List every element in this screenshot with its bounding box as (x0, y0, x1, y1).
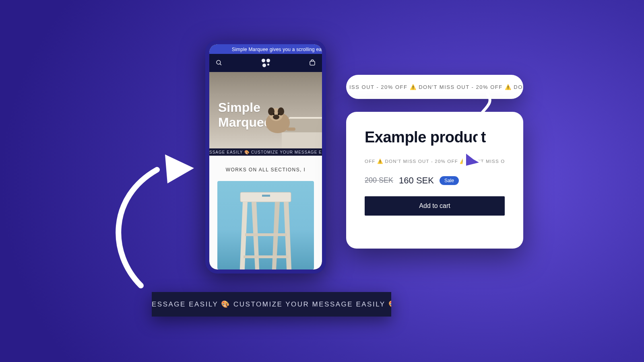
sale-badge: Sale (440, 176, 459, 185)
svg-point-0 (217, 60, 221, 64)
svg-point-12 (278, 113, 279, 115)
svg-rect-16 (262, 195, 270, 197)
store-logo[interactable] (261, 59, 270, 67)
svg-rect-14 (240, 192, 291, 202)
stool-illustration (231, 189, 300, 269)
svg-rect-21 (245, 233, 287, 236)
phone-screen: Simple Marquee gives you a scrolling ea … (209, 44, 322, 269)
svg-rect-22 (244, 255, 289, 258)
price-compare: 200 SEK (365, 176, 393, 185)
hero-illustration (254, 88, 322, 148)
arrow-left-icon (109, 149, 209, 294)
search-icon[interactable] (215, 59, 223, 67)
svg-marker-23 (165, 154, 194, 183)
price-row: 200 SEK 160 SEK Sale (365, 175, 505, 186)
svg-point-11 (273, 113, 275, 115)
svg-marker-5 (288, 117, 322, 119)
price-current: 160 SEK (399, 175, 434, 186)
product-image (217, 181, 314, 269)
svg-line-1 (220, 64, 221, 66)
marquee-bar-text: ESSAGE EASILY 🎨 CUSTOMIZE YOUR MESSAGE E… (152, 300, 391, 309)
svg-rect-13 (287, 128, 295, 131)
arrow-right-icon (459, 92, 499, 176)
promo-stage: Simple Marquee gives you a scrolling ea … (0, 0, 644, 362)
product-image-wrap (209, 181, 322, 269)
phone-marquee-dark: SSAGE EASILY 🎨 CUSTOMIZE YOUR MESSAGE EA… (209, 148, 322, 156)
svg-rect-3 (282, 132, 322, 148)
cart-icon[interactable] (308, 59, 316, 67)
store-navbar (209, 54, 322, 72)
section-heading: WORKS ON ALL SECTIONS, I (209, 156, 322, 181)
add-to-cart-button[interactable]: Add to cart (365, 196, 505, 216)
svg-rect-2 (310, 61, 315, 65)
hero-banner: Simple Marquee (209, 72, 322, 148)
announcement-bar: Simple Marquee gives you a scrolling ea (209, 44, 322, 54)
phone-frame: Simple Marquee gives you a scrolling ea … (205, 40, 326, 274)
svg-point-10 (273, 115, 279, 119)
marquee-bar-dark: ESSAGE EASILY 🎨 CUSTOMIZE YOUR MESSAGE E… (152, 292, 391, 317)
marquee-pill-text: ISS OUT - 20% OFF ⚠️ DON'T MISS OUT - 20… (349, 84, 523, 90)
